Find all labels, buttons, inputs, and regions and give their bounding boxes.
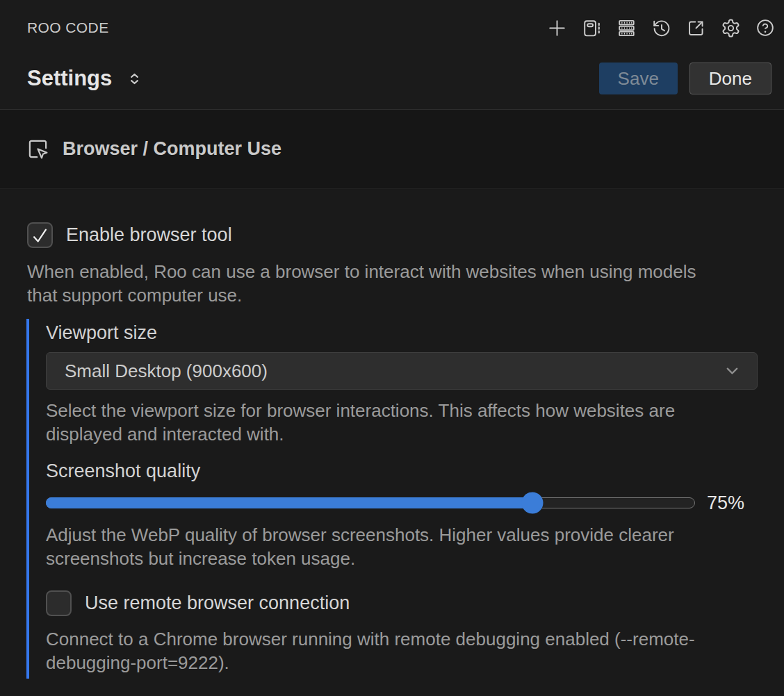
quality-slider-thumb[interactable] <box>522 492 544 514</box>
viewport-size-value: Small Desktop (900x600) <box>65 361 268 382</box>
done-button[interactable]: Done <box>689 63 771 94</box>
mcp-servers-icon[interactable] <box>616 17 637 38</box>
history-icon[interactable] <box>651 17 671 38</box>
enable-browser-tool-checkbox[interactable] <box>27 222 53 248</box>
chevron-down-icon <box>723 362 742 381</box>
screenshot-quality-label: Screenshot quality <box>46 461 784 482</box>
brand-title: ROO CODE <box>27 19 109 36</box>
section-title: Browser / Computer Use <box>63 138 281 160</box>
viewport-size-label: Viewport size <box>46 322 784 344</box>
toolbar <box>546 17 776 38</box>
open-in-editor-icon[interactable] <box>685 17 706 38</box>
remote-browser-label: Use remote browser connection <box>85 593 350 614</box>
top-header: ROO CODE <box>0 0 784 110</box>
chevrons-up-down-icon[interactable] <box>127 70 142 88</box>
screenshot-quality-slider[interactable] <box>46 497 695 508</box>
page-title: Settings <box>27 66 112 91</box>
settings-gear-icon[interactable] <box>720 17 741 38</box>
remote-browser-checkbox[interactable] <box>46 590 72 616</box>
enable-browser-tool-description: When enabled, Roo can use a browser to i… <box>27 260 730 307</box>
roo-code-settings-panel: ROO CODE <box>0 0 784 696</box>
enable-browser-tool-label: Enable browser tool <box>66 224 232 246</box>
enable-browser-tool-checkbox-row[interactable]: Enable browser tool <box>27 222 784 248</box>
plus-icon[interactable] <box>546 17 567 38</box>
screenshot-quality-slider-row: 75% <box>46 492 784 514</box>
square-mouse-pointer-icon <box>27 138 49 160</box>
viewport-size-description: Select the viewport size for browser int… <box>46 399 742 446</box>
marketplace-panel-icon[interactable] <box>581 17 602 38</box>
viewport-size-select[interactable]: Small Desktop (900x600) <box>46 352 758 390</box>
screenshot-quality-value: 75% <box>707 492 744 514</box>
settings-content: Enable browser tool When enabled, Roo ca… <box>0 222 784 679</box>
browser-subsettings: Viewport size Small Desktop (900x600) Se… <box>26 319 784 679</box>
quality-slider-fill <box>46 497 532 508</box>
remote-browser-checkbox-row[interactable]: Use remote browser connection <box>46 590 784 616</box>
remote-browser-description: Connect to a Chrome browser running with… <box>46 627 742 674</box>
section-header: Browser / Computer Use <box>0 110 784 189</box>
help-icon[interactable] <box>755 17 776 38</box>
screenshot-quality-description: Adjust the WebP quality of browser scree… <box>46 523 742 570</box>
save-button[interactable]: Save <box>599 63 678 94</box>
checkmark-icon <box>31 226 49 245</box>
